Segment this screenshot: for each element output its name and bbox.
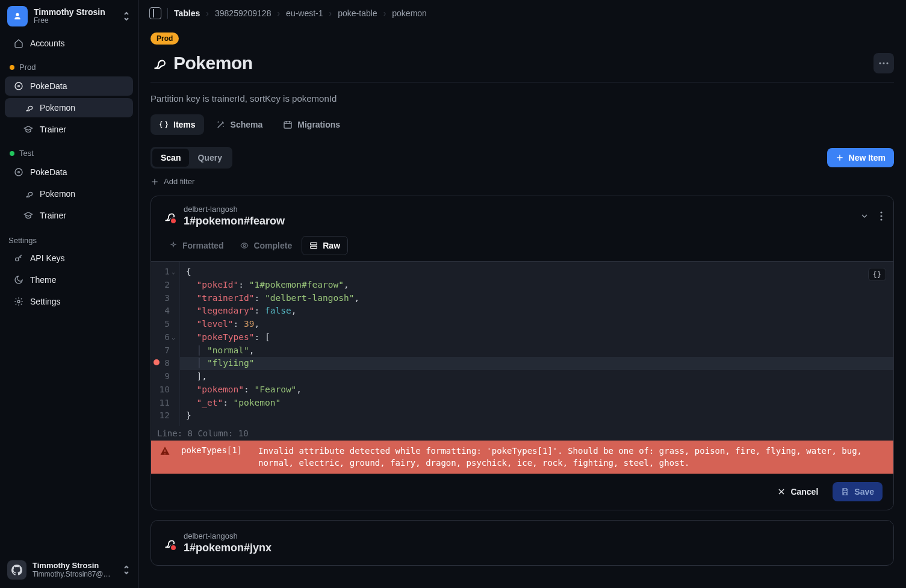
eye-icon <box>240 241 249 250</box>
svg-point-4 <box>16 258 19 261</box>
crumb-account[interactable]: 398259209128 <box>215 8 271 18</box>
svg-rect-9 <box>284 122 291 128</box>
mode-query[interactable]: Query <box>189 149 230 167</box>
svg-point-2 <box>15 169 22 176</box>
svg-point-13 <box>244 244 246 247</box>
nav-theme[interactable]: Theme <box>5 270 133 289</box>
view-complete[interactable]: Complete <box>233 236 299 255</box>
close-icon <box>777 487 786 496</box>
svg-rect-14 <box>311 243 317 245</box>
svg-point-0 <box>15 82 22 90</box>
nav-pokemon-prod[interactable]: Pokemon <box>5 98 133 117</box>
user-avatar <box>7 6 28 26</box>
nav-pokedata-test[interactable]: PokeData <box>5 162 133 182</box>
env-prod-label: Prod <box>19 63 36 72</box>
calendar-icon <box>283 120 293 129</box>
nav-accounts[interactable]: Accounts <box>5 34 133 53</box>
error-message: Invalid attribute detected while formatt… <box>258 445 885 469</box>
view-formatted[interactable]: Formatted <box>162 236 231 255</box>
view-raw[interactable]: Raw <box>302 236 348 255</box>
updown-icon[interactable] <box>122 11 131 22</box>
env-test-header[interactable]: Test <box>0 140 138 161</box>
view-complete-label: Complete <box>253 241 292 250</box>
env-test-label: Test <box>19 149 34 158</box>
settings-section-header: Settings <box>0 226 138 247</box>
save-label: Save <box>854 487 874 497</box>
tab-items[interactable]: Items <box>150 114 204 135</box>
code-editor[interactable]: {} 1⌄23456⌄789101112{ "pokeId": "1#pokem… <box>151 261 893 474</box>
nav-trainer-label: Trainer <box>40 125 66 134</box>
chevron-right-icon: › <box>329 8 332 18</box>
footer-user[interactable]: Timmothy Strosin Timmothy.Strosin87@exam… <box>0 553 138 588</box>
nav-pokedata-label: PokeData <box>30 167 67 177</box>
item-subtitle: delbert-langosh <box>184 205 285 214</box>
view-formatted-label: Formatted <box>182 241 223 250</box>
nav-trainer-prod[interactable]: Trainer <box>5 120 133 139</box>
footer-user-name: Timmothy Strosin <box>33 562 111 571</box>
error-banner: pokeTypes[1] Invalid attribute detected … <box>151 441 893 474</box>
nav-api-keys-label: API Keys <box>30 253 65 263</box>
divider <box>150 82 894 82</box>
nav-trainer-test[interactable]: Trainer <box>5 206 133 225</box>
item-card[interactable]: delbert-langosh 1#pokemon#jynx <box>150 520 894 566</box>
crumb-region[interactable]: eu-west-1 <box>286 8 323 18</box>
squirrel-icon <box>23 189 34 199</box>
chevron-right-icon: › <box>206 8 209 18</box>
github-icon <box>7 560 26 580</box>
nav-pokedata-prod[interactable]: PokeData <box>5 76 133 96</box>
divider <box>167 8 168 19</box>
env-chip: Prod <box>150 32 179 45</box>
kebab-icon[interactable] <box>880 211 883 221</box>
nav-trainer-label: Trainer <box>40 211 66 220</box>
error-path: pokeTypes[1] <box>181 445 247 455</box>
crumb-table[interactable]: poke-table <box>338 8 377 18</box>
new-item-button[interactable]: New Item <box>827 148 894 167</box>
sparkle-icon <box>169 241 178 250</box>
svg-point-7 <box>883 62 884 64</box>
tab-schema-label: Schema <box>231 120 263 129</box>
crumb-entity[interactable]: pokemon <box>392 8 427 18</box>
footer-user-email: Timmothy.Strosin87@exam... <box>33 570 111 578</box>
add-filter-button[interactable]: Add filter <box>150 177 894 186</box>
squirrel-icon <box>162 209 175 223</box>
dots-icon <box>879 62 889 64</box>
nav-pokemon-test[interactable]: Pokemon <box>5 184 133 203</box>
view-raw-label: Raw <box>323 241 340 250</box>
panel-toggle-icon[interactable] <box>149 7 161 19</box>
format-button[interactable]: {} <box>868 268 886 281</box>
env-prod-header[interactable]: Prod <box>0 54 138 75</box>
tab-migrations[interactable]: Migrations <box>275 114 349 135</box>
home-icon <box>13 39 24 48</box>
code-body[interactable]: { "pokeId": "1#pokemon#fearow", "trainer… <box>180 262 893 426</box>
grad-cap-icon <box>23 125 34 134</box>
key-icon <box>13 253 24 263</box>
chevron-down-icon[interactable] <box>860 211 869 221</box>
svg-rect-15 <box>311 246 317 249</box>
user-name: Timmothy Strosin <box>34 7 105 17</box>
cursor-status: Line: 8 Column: 10 <box>151 426 893 441</box>
mode-scan[interactable]: Scan <box>152 149 189 167</box>
svg-point-10 <box>880 211 882 213</box>
server-icon <box>309 241 318 250</box>
grad-cap-icon <box>23 211 34 220</box>
breadcrumb: Tables › 398259209128 › eu-west-1 › poke… <box>138 0 906 26</box>
squirrel-icon <box>162 536 175 549</box>
database-icon <box>13 167 24 177</box>
main: Tables › 398259209128 › eu-west-1 › poke… <box>138 0 906 588</box>
updown-icon[interactable] <box>122 565 131 575</box>
svg-point-8 <box>886 62 888 64</box>
gear-icon <box>13 297 24 306</box>
cancel-button[interactable]: Cancel <box>770 482 825 501</box>
moon-icon <box>13 275 24 285</box>
tab-schema[interactable]: Schema <box>208 114 271 135</box>
account-switcher[interactable]: Timmothy Strosin Free <box>0 0 138 32</box>
save-button[interactable]: Save <box>833 482 883 501</box>
squirrel-icon <box>23 103 34 113</box>
crumb-root[interactable]: Tables <box>174 8 200 18</box>
more-button[interactable] <box>873 53 894 73</box>
tab-items-label: Items <box>173 120 196 129</box>
nav-api-keys[interactable]: API Keys <box>5 249 133 268</box>
nav-pokemon-label: Pokemon <box>40 103 75 113</box>
nav-settings[interactable]: Settings <box>5 292 133 311</box>
nav-accounts-label: Accounts <box>30 39 65 48</box>
